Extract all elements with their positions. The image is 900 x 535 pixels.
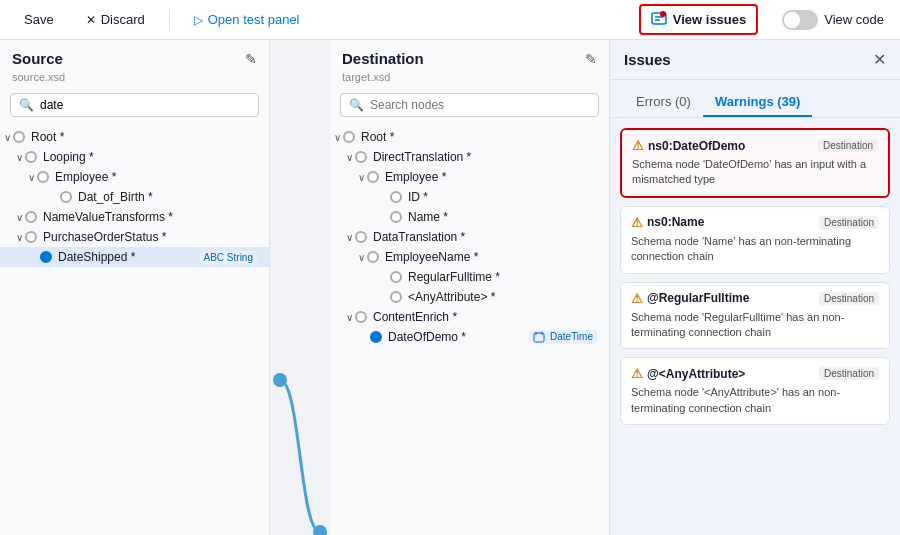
node-dot xyxy=(25,151,37,163)
node-type-badge: DateTime xyxy=(529,330,597,344)
issues-tabs: Errors (0) Warnings (39) xyxy=(610,80,900,118)
source-title: Source xyxy=(12,50,63,67)
issue-description: Schema node 'DateOfDemo' has an input wi… xyxy=(632,157,878,188)
issue-description: Schema node 'Name' has an non-terminatin… xyxy=(631,234,879,265)
issue-node-name: ⚠ ns0:DateOfDemo xyxy=(632,138,745,153)
errors-tab[interactable]: Errors (0) xyxy=(624,88,703,117)
node-dot-filled xyxy=(40,251,52,263)
chevron-icon: ∨ xyxy=(358,252,365,263)
discard-icon: ✕ xyxy=(86,13,96,27)
issue-card-regularfulltime[interactable]: ⚠ @RegularFulltime Destination Schema no… xyxy=(620,282,890,350)
source-subtitle: source.xsd xyxy=(0,71,269,89)
tree-item[interactable]: ∨ Root * xyxy=(0,127,269,147)
warning-icon: ⚠ xyxy=(631,215,643,230)
connection-line xyxy=(270,40,330,535)
tree-item[interactable]: ∨ ContentEnrich * xyxy=(330,307,609,327)
tree-item[interactable]: ∨ Looping * xyxy=(0,147,269,167)
svg-point-4 xyxy=(273,373,287,387)
node-dot xyxy=(390,191,402,203)
svg-point-5 xyxy=(313,525,327,535)
node-dot xyxy=(367,251,379,263)
tree-item[interactable]: Dat_of_Birth * xyxy=(0,187,269,207)
chevron-icon: ∨ xyxy=(16,212,23,223)
search-icon: 🔍 xyxy=(19,98,34,112)
issue-node-name: ⚠ @RegularFulltime xyxy=(631,291,749,306)
issues-icon xyxy=(651,10,667,29)
tree-item[interactable]: ∨ Root * xyxy=(330,127,609,147)
destination-search-input[interactable] xyxy=(370,98,590,112)
node-dot xyxy=(390,291,402,303)
warnings-tab[interactable]: Warnings (39) xyxy=(703,88,812,117)
chevron-icon: ∨ xyxy=(358,172,365,183)
destination-badge: Destination xyxy=(819,292,879,305)
play-icon: ▷ xyxy=(194,13,203,27)
issue-card-header: ⚠ @<AnyAttribute> Destination xyxy=(631,366,879,381)
open-test-panel-button[interactable]: ▷ Open test panel xyxy=(186,8,308,31)
destination-tree: ∨ Root * ∨ DirectTranslation * ∨ Employe… xyxy=(330,123,609,535)
issue-card-header: ⚠ ns0:DateOfDemo Destination xyxy=(632,138,878,153)
tree-item-dateshipped[interactable]: DateShipped * ABC String xyxy=(0,247,269,267)
destination-search-box: 🔍 xyxy=(340,93,599,117)
chevron-icon: ∨ xyxy=(346,152,353,163)
chevron-icon: ∨ xyxy=(16,232,23,243)
destination-subtitle: target.xsd xyxy=(330,71,609,89)
tree-item[interactable]: <AnyAttribute> * xyxy=(330,287,609,307)
toolbar: Save ✕ Discard ▷ Open test panel View is… xyxy=(0,0,900,40)
node-dot xyxy=(343,131,355,143)
warning-icon: ⚠ xyxy=(631,291,643,306)
warning-icon: ⚠ xyxy=(632,138,644,153)
issues-panel: Issues ✕ Errors (0) Warnings (39) ⚠ ns0:… xyxy=(610,40,900,535)
tree-item[interactable]: ID * xyxy=(330,187,609,207)
source-tree: ∨ Root * ∨ Looping * ∨ Employee * xyxy=(0,123,269,535)
issue-card-header: ⚠ @RegularFulltime Destination xyxy=(631,291,879,306)
chevron-icon: ∨ xyxy=(346,232,353,243)
tree-item[interactable]: ∨ NameValueTransforms * xyxy=(0,207,269,227)
discard-button[interactable]: ✕ Discard xyxy=(78,8,153,31)
source-panel-header: Source ✎ xyxy=(0,40,269,71)
main-content: Source ✎ source.xsd 🔍 ∨ Root * ∨ Looping… xyxy=(0,40,900,535)
node-type-badge: ABC String xyxy=(200,251,257,264)
destination-edit-icon[interactable]: ✎ xyxy=(585,51,597,67)
issue-description: Schema node '<AnyAttribute>' has an non-… xyxy=(631,385,879,416)
issues-header: Issues ✕ xyxy=(610,40,900,80)
destination-badge: Destination xyxy=(818,139,878,152)
destination-badge: Destination xyxy=(819,216,879,229)
node-dot xyxy=(13,131,25,143)
node-dot xyxy=(355,151,367,163)
tree-item[interactable]: ∨ Employee * xyxy=(0,167,269,187)
save-button[interactable]: Save xyxy=(16,8,62,31)
tree-item[interactable]: ∨ DataTranslation * xyxy=(330,227,609,247)
chevron-icon: ∨ xyxy=(16,152,23,163)
tree-item[interactable]: RegularFulltime * xyxy=(330,267,609,287)
issues-list: ⚠ ns0:DateOfDemo Destination Schema node… xyxy=(610,118,900,535)
connector-area xyxy=(270,40,330,535)
issues-title: Issues xyxy=(624,51,671,68)
view-code-toggle[interactable]: View code xyxy=(782,10,884,30)
svg-point-3 xyxy=(660,11,666,17)
source-search-input[interactable] xyxy=(40,98,250,112)
issue-card-anyattribute[interactable]: ⚠ @<AnyAttribute> Destination Schema nod… xyxy=(620,357,890,425)
node-dot xyxy=(355,231,367,243)
toggle-switch[interactable] xyxy=(782,10,818,30)
tree-item[interactable]: ∨ Employee * xyxy=(330,167,609,187)
issue-node-name: ⚠ ns0:Name xyxy=(631,215,704,230)
tree-item-dateofdem[interactable]: DateOfDemo * DateTime xyxy=(330,327,609,347)
tree-item[interactable]: ∨ EmployeeName * xyxy=(330,247,609,267)
source-edit-icon[interactable]: ✎ xyxy=(245,51,257,67)
tree-item[interactable]: Name * xyxy=(330,207,609,227)
issue-node-name: ⚠ @<AnyAttribute> xyxy=(631,366,745,381)
tree-item[interactable]: ∨ DirectTranslation * xyxy=(330,147,609,167)
node-dot xyxy=(355,311,367,323)
tree-item[interactable]: ∨ PurchaseOrderStatus * xyxy=(0,227,269,247)
view-issues-button[interactable]: View issues xyxy=(639,4,758,35)
destination-panel: Destination ✎ target.xsd 🔍 ∨ Root * ∨ Di… xyxy=(330,40,610,535)
separator xyxy=(169,10,170,30)
chevron-icon: ∨ xyxy=(28,172,35,183)
node-dot-filled xyxy=(370,331,382,343)
close-issues-button[interactable]: ✕ xyxy=(873,50,886,69)
node-dot xyxy=(390,271,402,283)
issue-card-name[interactable]: ⚠ ns0:Name Destination Schema node 'Name… xyxy=(620,206,890,274)
issue-card-dateofdem[interactable]: ⚠ ns0:DateOfDemo Destination Schema node… xyxy=(620,128,890,198)
search-icon: 🔍 xyxy=(349,98,364,112)
chevron-icon: ∨ xyxy=(334,132,341,143)
